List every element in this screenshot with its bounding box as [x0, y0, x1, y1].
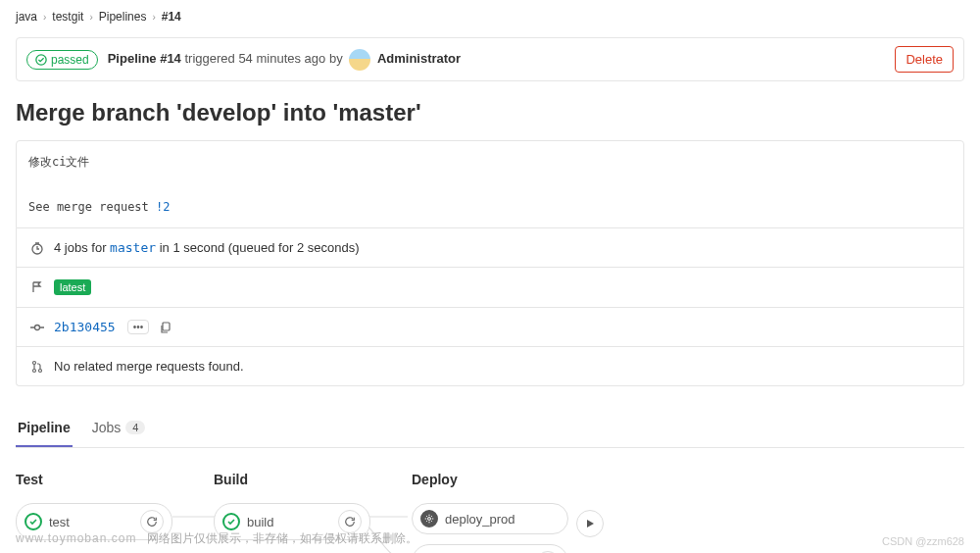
jobs-summary-row: 4 jobs for master in 1 second (queued fo…	[17, 228, 963, 267]
merge-request-icon	[30, 360, 44, 374]
stage-title: Deploy	[412, 472, 608, 487]
commit-line: See merge request	[28, 200, 156, 214]
user-name[interactable]: Administrator	[377, 51, 461, 66]
flag-icon	[30, 280, 44, 294]
copy-icon[interactable]	[159, 321, 172, 334]
chevron-right-icon: ›	[152, 12, 155, 23]
jobs-count-text: 4 jobs for	[54, 240, 110, 255]
tab-jobs[interactable]: Jobs 4	[90, 410, 148, 447]
check-circle-icon	[35, 54, 47, 66]
breadcrumb: java › testgit › Pipelines › #14	[16, 0, 964, 37]
commit-row: 2b130455 •••	[17, 307, 963, 346]
breadcrumb-current: #14	[162, 10, 181, 24]
breadcrumb-item[interactable]: java	[16, 10, 37, 24]
job-deploy-staging[interactable]: deploy_staging	[412, 544, 568, 553]
latest-tag[interactable]: latest	[54, 279, 91, 295]
chevron-right-icon: ›	[89, 12, 92, 23]
play-icon[interactable]	[576, 510, 604, 537]
breadcrumb-item[interactable]: Pipelines	[99, 10, 147, 24]
pipeline-number: Pipeline #14	[108, 51, 181, 66]
commit-icon	[30, 321, 44, 334]
svg-point-5	[33, 369, 36, 372]
svg-point-2	[35, 325, 40, 329]
pipeline-header: passed Pipeline #14 triggered 54 minutes…	[16, 37, 964, 81]
stage-title: Build	[214, 472, 370, 487]
commit-sha-link[interactable]: 2b130455	[54, 320, 116, 334]
jobs-duration-text: in 1 second (queued for 2 seconds)	[156, 240, 359, 255]
delete-button[interactable]: Delete	[895, 46, 954, 73]
stage-deploy: Deploy deploy_prod	[412, 472, 608, 553]
job-label: test	[49, 515, 70, 529]
breadcrumb-item[interactable]: testgit	[52, 10, 83, 24]
pipeline-info: Pipeline #14 triggered 54 minutes ago by…	[108, 49, 461, 71]
timer-icon	[30, 241, 44, 255]
check-circle-icon	[24, 513, 42, 530]
branch-link[interactable]: master	[110, 240, 156, 255]
svg-rect-3	[163, 323, 170, 330]
chevron-right-icon: ›	[43, 12, 46, 23]
job-label: deploy_prod	[445, 512, 515, 527]
pipeline-details: 4 jobs for master in 1 second (queued fo…	[16, 228, 964, 386]
more-options-button[interactable]: •••	[127, 320, 150, 334]
status-text: passed	[51, 53, 89, 67]
job-label: build	[247, 515, 273, 529]
triggered-text: triggered 54 minutes ago by	[181, 51, 346, 66]
page-title: Merge branch 'develop' into 'master'	[16, 99, 964, 126]
merge-requests-row: No related merge requests found.	[17, 346, 963, 385]
svg-point-6	[39, 369, 42, 372]
tab-pipeline[interactable]: Pipeline	[16, 410, 73, 447]
watermark-text: 网络图片仅供展示，非存储，如有侵权请联系删除。	[147, 531, 417, 545]
csdn-watermark: CSDN @zzm628	[882, 535, 964, 547]
tabs: Pipeline Jobs 4	[16, 410, 964, 448]
status-badge[interactable]: passed	[26, 50, 98, 70]
commit-message: 修改ci文件 See merge request !2	[16, 140, 964, 228]
job-deploy-prod[interactable]: deploy_prod	[412, 503, 568, 534]
gear-icon	[420, 510, 438, 528]
jobs-count-badge: 4	[125, 421, 145, 434]
no-mr-text: No related merge requests found.	[54, 359, 244, 374]
check-circle-icon	[222, 513, 240, 530]
svg-point-7	[428, 518, 431, 521]
watermark: www.toymoban.com 网络图片仅供展示，非存储，如有侵权请联系删除。	[16, 530, 417, 547]
merge-request-link[interactable]: !2	[156, 200, 170, 214]
stage-title: Test	[16, 472, 172, 487]
tab-label: Jobs	[92, 420, 122, 435]
commit-line: 修改ci文件	[28, 151, 952, 174]
avatar[interactable]	[349, 49, 370, 71]
tags-row: latest	[17, 267, 963, 307]
svg-point-4	[33, 361, 36, 364]
watermark-domain: www.toymoban.com	[16, 531, 136, 545]
